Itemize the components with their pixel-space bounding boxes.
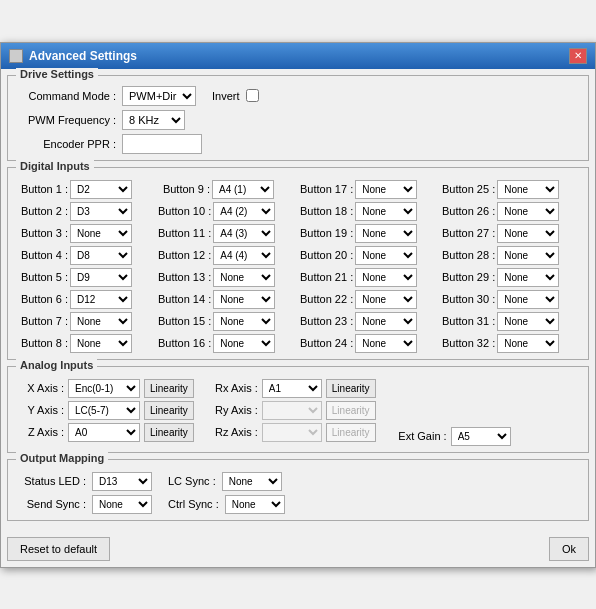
rz-axis-linearity-button: Linearity [326, 423, 376, 442]
digital-input-item: Button 15 :None [158, 312, 296, 331]
analog-left-col: X Axis : Enc(0-1)A0LC(5-7) Linearity Y A… [16, 379, 194, 442]
di-label: Button 16 : [158, 337, 211, 349]
di-select[interactable]: None [355, 246, 417, 265]
ext-gain-section: Ext Gain : A5None [392, 379, 511, 446]
di-label: Button 21 : [300, 271, 353, 283]
invert-checkbox[interactable] [246, 89, 259, 102]
ext-gain-row: Ext Gain : A5None [392, 427, 511, 446]
di-select[interactable]: None [213, 268, 275, 287]
rx-axis-label: Rx Axis : [210, 382, 258, 394]
di-select[interactable]: NoneA4 (4) [213, 246, 275, 265]
di-select[interactable]: None [497, 290, 559, 309]
di-select[interactable]: None [497, 246, 559, 265]
di-select[interactable]: NoneA4 (3) [213, 224, 275, 243]
di-select[interactable]: NoneD2D3D4D5D6D7D8D9D10D11D12D13 [70, 202, 132, 221]
status-led-row: Status LED : D13None LC Sync : None [16, 472, 580, 491]
di-label: Button 23 : [300, 315, 353, 327]
ext-gain-select[interactable]: A5None [451, 427, 511, 446]
digital-input-item: Button 18 :None [300, 202, 438, 221]
digital-input-item: Button 4 :NoneD2D3D4D8 [16, 246, 154, 265]
digital-input-item: Button 7 :None [16, 312, 154, 331]
reset-button[interactable]: Reset to default [7, 537, 110, 561]
di-select[interactable]: None [497, 224, 559, 243]
pwm-freq-row: PWM Frequency : 8 KHz 16 KHz 4 KHz [16, 110, 580, 130]
y-axis-select[interactable]: LC(5-7)A0 [68, 401, 140, 420]
y-axis-linearity-button[interactable]: Linearity [144, 401, 194, 420]
di-select[interactable]: NoneD9 [70, 268, 132, 287]
digital-input-item: Button 13 :None [158, 268, 296, 287]
di-select[interactable]: None [497, 180, 559, 199]
digital-inputs-group: Digital Inputs Button 1 :NoneD2D3D4D5D6D… [7, 167, 589, 360]
di-label: Button 3 : [16, 227, 68, 239]
rz-axis-select[interactable] [262, 423, 322, 442]
digital-input-item: Button 11 :NoneA4 (3) [158, 224, 296, 243]
pwm-freq-select[interactable]: 8 KHz 16 KHz 4 KHz [122, 110, 185, 130]
di-label: Button 26 : [442, 205, 495, 217]
di-select[interactable]: None [70, 334, 132, 353]
digital-input-item: Button 6 :NoneD12 [16, 290, 154, 309]
command-mode-label: Command Mode : [16, 90, 116, 102]
close-button[interactable]: ✕ [569, 48, 587, 64]
digital-inputs-label: Digital Inputs [16, 160, 94, 172]
di-label: Button 25 : [442, 183, 495, 195]
di-label: Button 5 : [16, 271, 68, 283]
di-select[interactable]: None [497, 334, 559, 353]
di-select[interactable]: None [213, 290, 275, 309]
invert-label: Invert [212, 90, 240, 102]
di-select[interactable]: NoneD2D3D4D8 [70, 246, 132, 265]
rx-axis-linearity-button[interactable]: Linearity [326, 379, 376, 398]
di-select[interactable]: None [497, 268, 559, 287]
di-select[interactable]: None [355, 224, 417, 243]
x-axis-linearity-button[interactable]: Linearity [144, 379, 194, 398]
di-select[interactable]: NoneA4 (2) [213, 202, 275, 221]
di-select[interactable]: NoneD2D3D4D5D6D7D8D9D10D11D12D13 [70, 180, 132, 199]
x-axis-row: X Axis : Enc(0-1)A0LC(5-7) Linearity [16, 379, 194, 398]
z-axis-select[interactable]: A0A1 [68, 423, 140, 442]
digital-input-item: Button 1 :NoneD2D3D4D5D6D7D8D9D10D11D12D… [16, 180, 154, 199]
di-select[interactable]: NoneD2D3D4 [70, 224, 132, 243]
title-bar-left: Advanced Settings [9, 49, 137, 63]
di-select[interactable]: None [355, 312, 417, 331]
di-select[interactable]: None [497, 312, 559, 331]
output-mapping-group: Output Mapping Status LED : D13None LC S… [7, 459, 589, 521]
di-select[interactable]: None [497, 202, 559, 221]
y-axis-row: Y Axis : LC(5-7)A0 Linearity [16, 401, 194, 420]
z-axis-linearity-button[interactable]: Linearity [144, 423, 194, 442]
di-select[interactable]: None [355, 268, 417, 287]
send-sync-select[interactable]: None [92, 495, 152, 514]
di-select[interactable]: None [355, 290, 417, 309]
title-bar: Advanced Settings ✕ [1, 43, 595, 69]
ok-button[interactable]: Ok [549, 537, 589, 561]
digital-input-item: Button 28 :None [442, 246, 580, 265]
digital-input-item: Button 22 :None [300, 290, 438, 309]
di-select[interactable]: None [213, 334, 275, 353]
window-title: Advanced Settings [29, 49, 137, 63]
di-select[interactable]: None [355, 180, 417, 199]
z-axis-label: Z Axis : [16, 426, 64, 438]
status-led-select[interactable]: D13None [92, 472, 152, 491]
di-select[interactable]: None [213, 312, 275, 331]
command-mode-select[interactable]: PWM+Dir Step/Dir Analog CAN [122, 86, 196, 106]
di-label: Button 27 : [442, 227, 495, 239]
di-select[interactable]: None [355, 202, 417, 221]
x-axis-select[interactable]: Enc(0-1)A0LC(5-7) [68, 379, 140, 398]
lc-sync-select[interactable]: None [222, 472, 282, 491]
rx-axis-select[interactable]: A1None [262, 379, 322, 398]
digital-input-item: Button 23 :None [300, 312, 438, 331]
di-select[interactable]: None [355, 334, 417, 353]
di-label: Button 8 : [16, 337, 68, 349]
di-label: Button 20 : [300, 249, 353, 261]
ctrl-sync-label: Ctrl Sync : [168, 498, 219, 510]
di-select[interactable]: None [70, 312, 132, 331]
digital-input-item: Button 12 :NoneA4 (4) [158, 246, 296, 265]
ctrl-sync-select[interactable]: None [225, 495, 285, 514]
ry-axis-select[interactable] [262, 401, 322, 420]
di-select[interactable]: NoneA4 (1) [212, 180, 274, 199]
send-sync-label: Send Sync : [16, 498, 86, 510]
drive-settings-group: Drive Settings Command Mode : PWM+Dir St… [7, 75, 589, 161]
encoder-ppr-input[interactable]: 2500 [122, 134, 202, 154]
digital-input-item: Button 20 :None [300, 246, 438, 265]
di-select[interactable]: NoneD12 [70, 290, 132, 309]
di-label: Button 22 : [300, 293, 353, 305]
digital-input-item: Button 27 :None [442, 224, 580, 243]
